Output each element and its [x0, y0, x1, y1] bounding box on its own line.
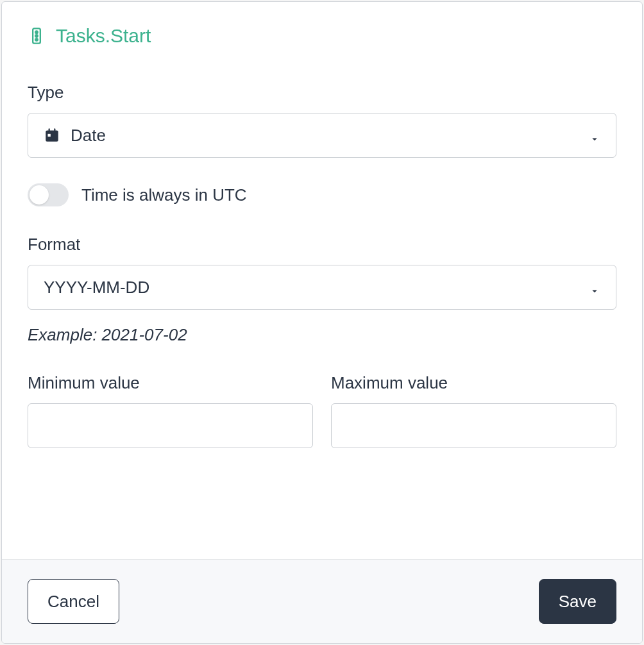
min-value-label: Minimum value — [28, 373, 313, 393]
traffic-light-icon — [28, 27, 46, 45]
modal-body: Tasks.Start Type Date — [2, 2, 642, 559]
max-value-input[interactable] — [331, 403, 616, 448]
format-select-wrapper: YYYY-MM-DD — [28, 265, 616, 310]
svg-point-2 — [35, 35, 38, 37]
type-group: Type Date — [28, 83, 616, 158]
calendar-icon — [44, 127, 60, 144]
type-label: Type — [28, 83, 616, 103]
cancel-button[interactable]: Cancel — [28, 579, 119, 624]
max-value-group: Maximum value — [331, 373, 616, 448]
svg-rect-7 — [54, 128, 55, 131]
utc-toggle[interactable] — [28, 183, 69, 206]
min-max-row: Minimum value Maximum value — [28, 373, 616, 448]
format-label: Format — [28, 235, 616, 255]
format-selected-value: YYYY-MM-DD — [44, 278, 579, 297]
save-button-label: Save — [559, 592, 597, 612]
toggle-knob — [30, 185, 49, 205]
chevron-down-icon — [589, 130, 600, 141]
svg-rect-6 — [49, 128, 50, 131]
type-select[interactable]: Date — [28, 113, 616, 158]
modal-footer: Cancel Save — [2, 559, 642, 643]
min-value-group: Minimum value — [28, 373, 313, 448]
utc-toggle-row: Time is always in UTC — [28, 183, 616, 206]
utc-toggle-label: Time is always in UTC — [81, 185, 247, 205]
format-select[interactable]: YYYY-MM-DD — [28, 265, 616, 310]
format-example: Example: 2021-07-02 — [28, 325, 616, 345]
type-selected-value: Date — [71, 126, 579, 146]
svg-point-1 — [35, 31, 38, 33]
svg-point-3 — [35, 38, 38, 41]
chevron-down-icon — [589, 281, 600, 293]
modal-header: Tasks.Start — [28, 25, 616, 47]
svg-rect-4 — [46, 130, 58, 141]
svg-rect-5 — [48, 134, 51, 137]
type-select-wrapper: Date — [28, 113, 616, 158]
format-group: Format YYYY-MM-DD — [28, 235, 616, 310]
cancel-button-label: Cancel — [47, 592, 99, 612]
min-value-input[interactable] — [28, 403, 313, 448]
modal-dialog: Tasks.Start Type Date — [1, 1, 643, 644]
save-button[interactable]: Save — [539, 579, 616, 624]
modal-title: Tasks.Start — [56, 25, 151, 47]
max-value-label: Maximum value — [331, 373, 616, 393]
